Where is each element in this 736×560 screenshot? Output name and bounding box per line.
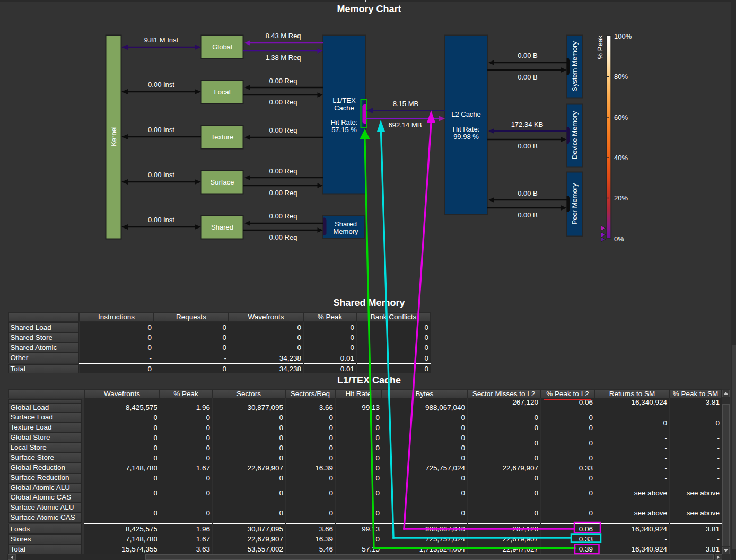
svg-text:Cache: Cache [334,104,354,112]
svg-text:20%: 20% [614,194,628,202]
svg-text:0.00 Req: 0.00 Req [269,126,297,134]
svg-text:99.98 %: 99.98 % [453,133,479,141]
svg-text:57.15 %: 57.15 % [331,126,357,134]
svg-text:Shared: Shared [211,223,233,231]
svg-text:0.00 Inst: 0.00 Inst [148,81,174,89]
svg-text:0.00 Inst: 0.00 Inst [148,126,174,134]
svg-text:0.00 Inst: 0.00 Inst [148,216,174,224]
svg-text:% Peak: % Peak [596,35,604,59]
svg-text:0.00 B: 0.00 B [518,211,538,219]
svg-text:Kernel: Kernel [110,126,118,146]
svg-text:0.00 B: 0.00 B [518,189,538,197]
svg-text:0%: 0% [614,235,624,243]
svg-text:60%: 60% [614,113,628,121]
svg-text:0.00 Req: 0.00 Req [269,98,297,106]
svg-text:Texture: Texture [211,133,234,141]
svg-text:Hit Rate:: Hit Rate: [331,118,358,126]
svg-text:0.00 B: 0.00 B [518,142,538,150]
svg-text:9.81 M Inst: 9.81 M Inst [144,36,179,44]
svg-text:100%: 100% [614,32,632,40]
svg-text:Hit Rate:: Hit Rate: [453,125,480,133]
svg-text:8.43 M Req: 8.43 M Req [265,32,301,40]
svg-text:Device Memory: Device Memory [571,111,579,159]
svg-text:40%: 40% [614,154,628,162]
svg-text:L1/TEX: L1/TEX [332,97,356,104]
svg-text:Local: Local [214,88,230,96]
svg-text:0.00 Req: 0.00 Req [269,212,297,220]
svg-text:L2 Cache: L2 Cache [451,110,481,118]
svg-text:692.14 MB: 692.14 MB [389,121,422,129]
svg-text:80%: 80% [614,73,628,81]
svg-text:0.00 Req: 0.00 Req [269,233,297,241]
svg-text:0.00 B: 0.00 B [518,51,538,59]
svg-text:172.34 KB: 172.34 KB [511,120,544,128]
svg-text:Memory: Memory [334,228,358,235]
svg-text:8.15 MB: 8.15 MB [393,100,418,108]
svg-text:Peer Memory: Peer Memory [571,183,579,225]
svg-text:0.00 Req: 0.00 Req [269,77,297,85]
svg-text:0.00 Req: 0.00 Req [269,167,297,175]
svg-text:0.00 Req: 0.00 Req [269,189,297,197]
svg-text:System Memory: System Memory [571,41,579,91]
svg-text:Surface: Surface [211,178,234,186]
svg-text:0.00 Inst: 0.00 Inst [148,171,174,179]
svg-text:Shared: Shared [335,220,357,228]
svg-text:0.00 B: 0.00 B [518,73,538,81]
svg-text:1.38 M Req: 1.38 M Req [265,54,301,62]
svg-text:Global: Global [212,43,232,51]
